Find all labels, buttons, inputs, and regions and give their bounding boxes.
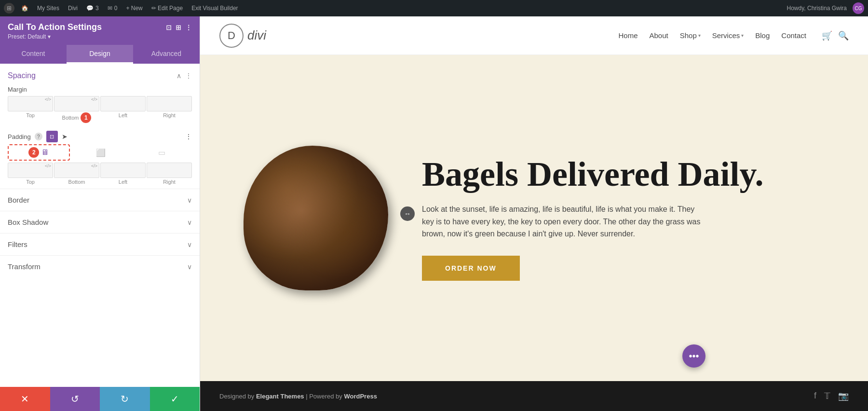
margin-bottom-label: Bottom (62, 115, 79, 121)
hero-section: Bagels Delivered Daily. Look at the suns… (200, 55, 868, 381)
padding-top-label: Top (26, 179, 35, 185)
avatar[interactable]: CG (853, 2, 864, 14)
fab-button[interactable]: ••• (682, 344, 705, 368)
box-shadow-section[interactable]: Box Shadow ∨ (0, 211, 200, 233)
border-section[interactable]: Border ∨ (0, 189, 200, 211)
hero-title: Bagels Delivered Daily. (422, 155, 829, 193)
device-desktop[interactable]: 2 🖥 (8, 144, 70, 161)
padding-left-input[interactable] (100, 163, 146, 178)
tab-advanced[interactable]: Advanced (133, 45, 200, 64)
site-menu: Home About Shop ▾ Services ▾ Blog Contac (618, 30, 849, 41)
undo-icon: ↺ (71, 393, 79, 405)
shop-chevron: ▾ (698, 33, 701, 38)
margin-left-input[interactable] (100, 96, 146, 111)
grid-icon[interactable]: ⊞ (176, 24, 181, 31)
hero-image-area (239, 146, 393, 290)
preview-area: D divi Home About Shop ▾ Services ▾ (200, 16, 868, 411)
spacing-title: Spacing (8, 71, 36, 80)
fab-icon: ••• (689, 351, 699, 362)
divi-menu[interactable]: Divi (66, 5, 80, 12)
padding-label: Padding (8, 133, 31, 140)
user-greeting[interactable]: Howdy, Christina Gwira (785, 5, 849, 12)
my-sites-menu[interactable]: My Sites (35, 5, 61, 12)
padding-grid: </> Top </> Bottom (8, 163, 192, 185)
mobile-icon: ▭ (158, 148, 165, 157)
margin-right-cell: Right (147, 96, 192, 123)
checkmark-icon: ✓ (171, 393, 179, 405)
facebook-icon[interactable]: f (814, 391, 816, 401)
padding-bottom-label: Bottom (68, 179, 85, 185)
padding-right-input[interactable] (147, 163, 192, 178)
nav-contact[interactable]: Contact (781, 31, 806, 40)
padding-more-icon[interactable]: ⋮ (185, 133, 192, 140)
panel-title-icons: ⊡ ⊞ ⋮ (166, 24, 192, 31)
panel-title-row: Call To Action Settings ⊡ ⊞ ⋮ (8, 22, 192, 32)
device-mobile[interactable]: ▭ (132, 144, 192, 161)
expand-icon[interactable]: ⊡ (166, 24, 172, 31)
margin-top-link-icon: </> (45, 97, 51, 102)
margin-grid: </> Top </> Bottom 1 (0, 96, 200, 127)
panel-tabs: Content Design Advanced (0, 45, 200, 64)
cart-icon[interactable]: 🛒 (822, 30, 832, 41)
margin-bottom-cell: </> Bottom 1 (54, 96, 99, 123)
spacing-more-icon[interactable]: ⋮ (185, 72, 192, 80)
new-button[interactable]: + New (124, 5, 144, 12)
home-icon-btn[interactable]: 🏠 (19, 5, 30, 12)
padding-grid-wrap: </> Top </> Bottom (0, 163, 200, 189)
spacing-collapse-icon[interactable]: ∧ (176, 72, 181, 80)
transform-chevron: ∨ (187, 263, 192, 271)
margin-right-label: Right (163, 112, 176, 118)
more-icon[interactable]: ⋮ (185, 24, 192, 31)
margin-top-label: Top (26, 112, 35, 118)
padding-link-btn[interactable]: ⊡ (46, 131, 58, 142)
left-panel: Call To Action Settings ⊡ ⊞ ⋮ Preset: De… (0, 16, 200, 411)
menu-icons: 🛒 🔍 (822, 30, 849, 41)
wp-icon[interactable]: ⊞ (4, 3, 14, 14)
preset-label[interactable]: Preset: Default ▾ (8, 33, 192, 40)
undo-button[interactable]: ↺ (50, 387, 100, 411)
instagram-icon[interactable]: 📷 (838, 391, 849, 401)
padding-header: Padding ? ⊡ ➤ ⋮ (0, 127, 200, 144)
search-icon[interactable]: 🔍 (838, 30, 849, 41)
nav-blog[interactable]: Blog (755, 31, 770, 40)
comments-btn[interactable]: 💬 3 (84, 5, 101, 12)
footer-credit: Designed by Elegant Themes | Powered by … (219, 393, 377, 400)
admin-bar-left: ⊞ 🏠 My Sites Divi 💬 3 ✉ 0 + New ✏ Edit P… (4, 3, 779, 14)
margin-left-label: Left (119, 112, 127, 118)
services-chevron: ▾ (741, 33, 744, 38)
redo-button[interactable]: ↻ (100, 387, 150, 411)
padding-help-icon[interactable]: ? (35, 133, 42, 140)
nav-services[interactable]: Services ▾ (712, 31, 744, 40)
desktop-icon: 🖥 (41, 148, 49, 157)
comment-icon: 💬 (86, 5, 94, 12)
logo-circle: D (219, 24, 244, 48)
spacing-section-header[interactable]: Spacing ∧ ⋮ (0, 64, 200, 84)
device-tablet[interactable]: ⬜ (71, 144, 131, 161)
margin-right-input[interactable] (147, 96, 192, 111)
tab-content[interactable]: Content (0, 45, 67, 64)
cancel-button[interactable]: ✕ (0, 387, 50, 411)
resize-handle[interactable]: ↔ (400, 206, 415, 221)
nav-home[interactable]: Home (618, 31, 637, 40)
box-shadow-chevron: ∨ (187, 219, 192, 226)
messages-btn[interactable]: ✉ 0 (106, 5, 120, 12)
logo-text: divi (247, 28, 266, 43)
tab-design[interactable]: Design (67, 45, 133, 64)
exit-builder-button[interactable]: Exit Visual Builder (190, 5, 240, 12)
save-button[interactable]: ✓ (150, 387, 200, 411)
transform-section[interactable]: Transform ∨ (0, 255, 200, 277)
message-icon: ✉ (108, 5, 112, 12)
padding-arrow-icon[interactable]: ➤ (62, 133, 68, 140)
padding-bottom-cell: </> Bottom (54, 163, 99, 185)
edit-page-button[interactable]: ✏ Edit Page (149, 5, 185, 12)
border-chevron: ∨ (187, 196, 192, 204)
order-now-button[interactable]: ORDER NOW (422, 256, 520, 281)
filters-section[interactable]: Filters ∨ (0, 233, 200, 255)
twitter-icon[interactable]: 𝕋 (824, 391, 830, 401)
nav-about[interactable]: About (649, 31, 668, 40)
nav-shop[interactable]: Shop ▾ (680, 31, 701, 40)
transform-title: Transform (8, 262, 41, 271)
padding-right-label: Right (163, 179, 176, 185)
cancel-icon: ✕ (21, 393, 29, 405)
panel-header: Call To Action Settings ⊡ ⊞ ⋮ Preset: De… (0, 16, 200, 45)
